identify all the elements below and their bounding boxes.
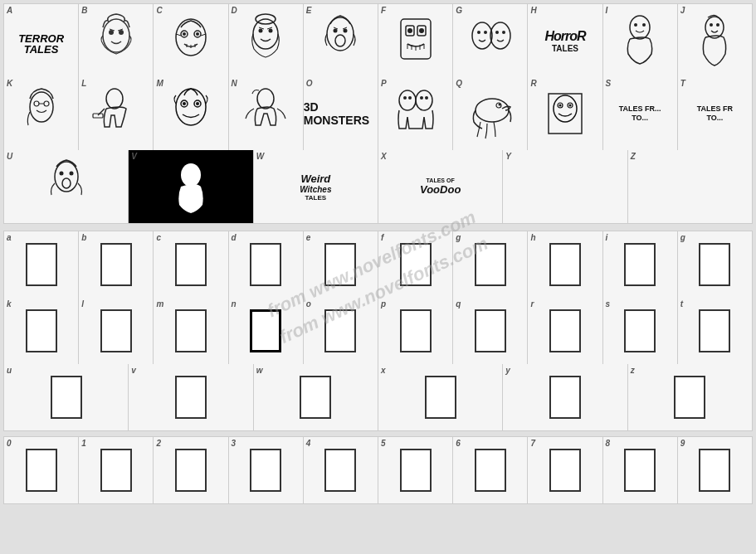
cell-2: 2 — [154, 437, 227, 503]
glyph-i — [624, 243, 656, 286]
svg-point-70 — [59, 172, 63, 176]
witches-text: Witches — [300, 185, 331, 194]
tales-text: TALES — [552, 44, 578, 53]
svg-line-46 — [98, 109, 105, 115]
glyph-f — [400, 243, 432, 286]
cell-9: 9 — [678, 437, 752, 503]
illustration-U — [41, 158, 91, 215]
label-w: w — [256, 366, 263, 375]
tales-tomb-text: TALES FR...TO... — [619, 104, 661, 123]
cell-6: 6 — [453, 437, 527, 503]
svg-point-32 — [484, 31, 487, 34]
glyph-7 — [549, 449, 581, 492]
label-I: I — [606, 6, 608, 15]
horror-text: HorroR — [544, 29, 585, 44]
illustration-C — [166, 12, 216, 69]
label-n: n — [232, 299, 237, 309]
glyph-k — [26, 309, 57, 352]
svg-point-72 — [62, 178, 71, 188]
cell-G: G — [453, 4, 527, 77]
illustration-D — [241, 12, 290, 69]
cell-K: K — [4, 77, 78, 150]
cell-g2: g — [678, 231, 752, 298]
svg-point-55 — [416, 90, 432, 110]
lowercase-row1: a b c d e f g — [4, 231, 752, 298]
cell-c: c — [154, 231, 227, 298]
glyph-1 — [100, 449, 132, 492]
cell-i: i — [603, 231, 677, 298]
cell-d: d — [229, 231, 303, 298]
cell-u: u — [4, 364, 128, 430]
label-D: D — [232, 6, 237, 15]
illustration-I — [615, 12, 665, 69]
cell-E: E — [304, 4, 378, 77]
svg-point-44 — [44, 101, 49, 106]
illustration-R — [540, 85, 590, 142]
svg-point-14 — [269, 29, 273, 33]
label-g2: g — [680, 233, 685, 242]
cell-l: l — [79, 298, 153, 364]
glyph-d — [250, 243, 281, 286]
cell-7: 7 — [528, 437, 602, 503]
illustration-G — [466, 12, 515, 69]
cell-h: h — [528, 231, 602, 298]
illustration-Q — [466, 85, 515, 142]
label-6: 6 — [456, 439, 461, 448]
illustration-M — [166, 85, 216, 142]
label-x: x — [381, 366, 386, 375]
glyph-y — [549, 376, 581, 419]
svg-point-19 — [335, 35, 345, 46]
svg-point-50 — [183, 102, 186, 105]
svg-point-60 — [476, 99, 509, 122]
svg-point-1 — [109, 30, 114, 35]
cell-S: S TALES FR...TO... — [603, 77, 677, 150]
label-7: 7 — [530, 439, 535, 448]
label-5: 5 — [381, 439, 386, 448]
label-C: C — [156, 6, 162, 15]
cell-M: M — [154, 77, 227, 150]
cell-B: B — [79, 4, 153, 77]
uppercase-section: A TERRORTALES B — [3, 3, 753, 224]
cell-q: q — [453, 298, 527, 364]
label-g: g — [456, 233, 461, 242]
label-S: S — [606, 79, 612, 88]
label-Z: Z — [631, 152, 636, 161]
svg-point-23 — [407, 28, 412, 33]
svg-point-40 — [710, 23, 713, 27]
glyph-3 — [250, 449, 281, 492]
glyph-m — [175, 309, 207, 352]
svg-point-54 — [399, 90, 416, 110]
label-L: L — [81, 79, 86, 88]
label-y: y — [505, 366, 510, 375]
label-z: z — [631, 366, 635, 375]
glyph-t — [699, 309, 730, 352]
label-A: A — [7, 6, 12, 15]
cell-X: X TALES OF VooDoo — [378, 150, 502, 223]
cell-b: b — [79, 231, 153, 298]
cell-J: J — [678, 4, 752, 77]
cell-O: O 3D MONSTERS — [304, 77, 378, 150]
cell-f: f — [378, 231, 452, 298]
uppercase-row2: K L — [4, 77, 752, 150]
label-8: 8 — [606, 439, 611, 448]
cell-3: 3 — [229, 437, 303, 503]
illustration-L — [91, 85, 141, 142]
svg-point-0 — [103, 19, 129, 52]
svg-point-67 — [558, 104, 561, 107]
label-K: K — [7, 79, 12, 88]
weird-text: Weird — [300, 173, 330, 185]
terror-tales-text: TERRORTALES — [18, 33, 64, 55]
cell-y: y — [503, 364, 627, 430]
label-O: O — [306, 79, 313, 88]
label-4: 4 — [306, 439, 311, 448]
cell-n: n — [229, 298, 303, 364]
svg-point-36 — [630, 16, 650, 39]
label-q: q — [456, 299, 461, 309]
svg-point-5 — [176, 19, 206, 56]
glyph-c — [175, 243, 207, 286]
cell-a: a — [4, 231, 78, 298]
glyph-l — [100, 309, 132, 352]
cell-5: 5 — [378, 437, 452, 503]
label-b: b — [81, 233, 86, 242]
label-i: i — [606, 233, 608, 242]
